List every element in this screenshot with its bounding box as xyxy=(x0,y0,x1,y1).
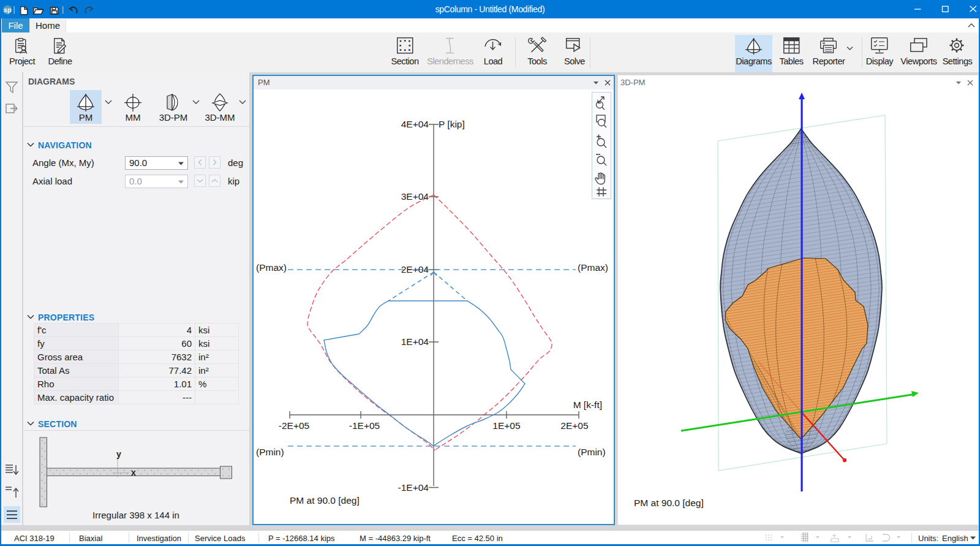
svg-text:-2E+05: -2E+05 xyxy=(279,420,309,431)
svg-text:sp: sp xyxy=(4,6,11,13)
svg-text:(Pmin): (Pmin) xyxy=(578,447,606,457)
svg-text:3D-PM: 3D-PM xyxy=(159,112,188,123)
svg-text:3E+04: 3E+04 xyxy=(401,191,429,202)
svg-text:PM: PM xyxy=(79,112,93,123)
svg-text:Irregular 398 x 144 in: Irregular 398 x 144 in xyxy=(92,510,179,520)
svg-text:3D-MM: 3D-MM xyxy=(205,112,235,123)
svg-text:P [kip]: P [kip] xyxy=(439,119,465,129)
svg-text:(Pmax): (Pmax) xyxy=(256,262,287,273)
svg-text:-1E+04: -1E+04 xyxy=(398,482,429,493)
svg-text:PM at 90.0 [deg]: PM at 90.0 [deg] xyxy=(634,498,704,508)
svg-text:1E+04: 1E+04 xyxy=(401,336,429,347)
svg-text:2E+05: 2E+05 xyxy=(560,420,588,431)
svg-text:(Pmin): (Pmin) xyxy=(256,447,284,457)
svg-text:PM at 90.0 [deg]: PM at 90.0 [deg] xyxy=(290,495,360,506)
svg-text:2E+04: 2E+04 xyxy=(401,264,429,275)
svg-text:-1E+05: -1E+05 xyxy=(349,420,380,431)
svg-text:1E+05: 1E+05 xyxy=(492,420,520,431)
svg-text:(Pmax): (Pmax) xyxy=(578,262,608,273)
svg-text:M [k-ft]: M [k-ft] xyxy=(573,400,602,410)
svg-text:MM: MM xyxy=(126,112,141,123)
svg-text:4E+04: 4E+04 xyxy=(401,119,429,129)
svg-text:y: y xyxy=(116,449,121,459)
svg-text:x: x xyxy=(131,468,136,477)
